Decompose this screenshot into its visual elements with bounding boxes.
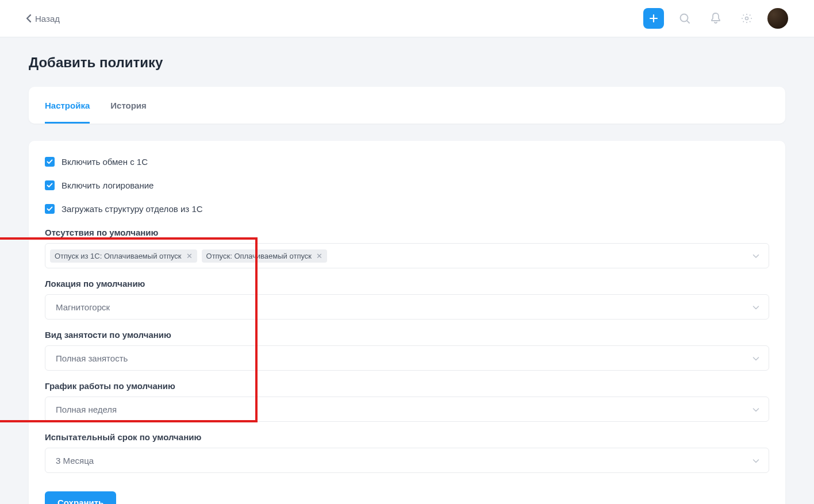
checkbox-label-logging: Включить логирование: [62, 180, 153, 190]
location-label: Локация по умолчанию: [45, 279, 769, 288]
employment-select[interactable]: Полная занятость: [45, 345, 769, 371]
employment-value: Полная занятость: [56, 353, 128, 363]
topbar: Назад: [0, 0, 814, 37]
checkbox-label-structure: Загружать структуру отделов из 1С: [62, 204, 203, 214]
page-title: Добавить политику: [29, 55, 785, 71]
add-button[interactable]: [643, 8, 664, 29]
tag-remove-icon[interactable]: ✕: [316, 252, 322, 260]
checkbox-logging[interactable]: [45, 180, 55, 190]
schedule-select[interactable]: Полная неделя: [45, 397, 769, 422]
chevron-left-icon: [26, 14, 32, 22]
tab-history[interactable]: История: [110, 101, 147, 124]
absences-select[interactable]: Отпуск из 1С: Оплачиваемый отпуск ✕ Отпу…: [45, 243, 769, 268]
schedule-value: Полная неделя: [56, 405, 117, 414]
checkbox-load-structure[interactable]: [45, 204, 55, 214]
location-value: Магнитогорск: [56, 302, 110, 312]
tab-settings[interactable]: Настройка: [45, 101, 90, 124]
tag-label: Отпуск: Оплачиваемый отпуск: [206, 252, 312, 260]
checkbox-exchange-1c[interactable]: [45, 157, 55, 167]
employment-label: Вид занятости по умолчанию: [45, 330, 769, 340]
settings-button[interactable]: [736, 8, 757, 29]
absences-label: Отсутствия по умолчанию: [45, 228, 769, 237]
tag-label: Отпуск из 1С: Оплачиваемый отпуск: [55, 252, 182, 260]
back-button[interactable]: Назад: [26, 14, 60, 24]
topbar-actions: [643, 8, 788, 29]
search-button[interactable]: [674, 8, 695, 29]
form-card: Включить обмен с 1С Включить логирование…: [29, 141, 785, 504]
chevron-down-icon: [752, 251, 759, 261]
bell-icon: [711, 13, 721, 24]
probation-select[interactable]: 3 Месяца: [45, 448, 769, 473]
check-icon: [47, 183, 53, 188]
notifications-button[interactable]: [705, 8, 726, 29]
checkbox-row-structure: Загружать структуру отделов из 1С: [45, 204, 769, 214]
save-button[interactable]: Сохранить: [45, 491, 116, 504]
check-icon: [47, 159, 53, 164]
chevron-down-icon: [752, 456, 759, 465]
tag-item: Отпуск из 1С: Оплачиваемый отпуск ✕: [50, 249, 197, 263]
chevron-down-icon: [752, 302, 759, 312]
chevron-down-icon: [752, 353, 759, 363]
search-icon: [679, 13, 690, 24]
checkbox-label-exchange: Включить обмен с 1С: [62, 157, 148, 167]
check-icon: [47, 206, 53, 211]
checkbox-row-logging: Включить логирование: [45, 180, 769, 190]
checkbox-row-exchange: Включить обмен с 1С: [45, 157, 769, 167]
tabs: Настройка История: [29, 87, 785, 124]
gear-icon: [741, 13, 752, 24]
plus-icon: [649, 14, 658, 23]
chevron-down-icon: [752, 405, 759, 414]
tabs-card: Настройка История: [29, 87, 785, 124]
svg-point-1: [746, 17, 748, 20]
avatar[interactable]: [767, 8, 788, 29]
tag-item: Отпуск: Оплачиваемый отпуск ✕: [202, 249, 327, 263]
content: Добавить политику Настройка История Вклю…: [0, 37, 814, 504]
probation-value: 3 Месяца: [56, 456, 94, 465]
probation-label: Испытательный срок по умолчанию: [45, 432, 769, 442]
schedule-label: График работы по умолчанию: [45, 381, 769, 391]
location-select[interactable]: Магнитогорск: [45, 294, 769, 320]
tag-remove-icon[interactable]: ✕: [186, 252, 193, 260]
back-label: Назад: [35, 14, 60, 24]
